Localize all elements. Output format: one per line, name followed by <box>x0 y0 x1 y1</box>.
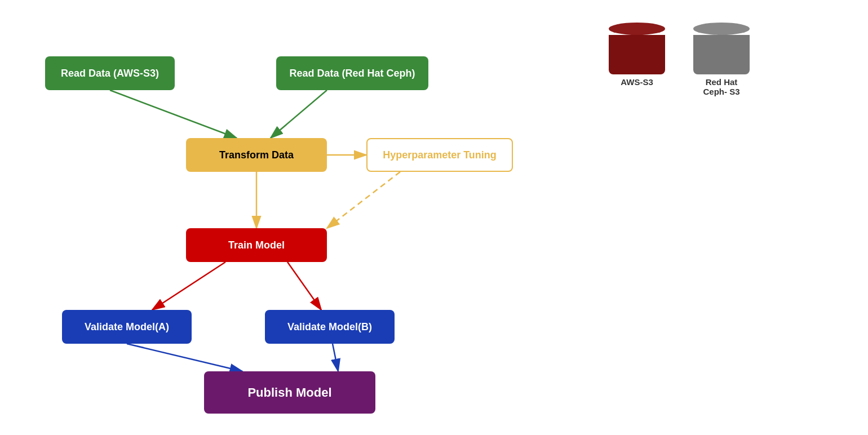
arrow-validate-b-to-publish <box>333 344 338 371</box>
read-data-aws-node: Read Data (AWS-S3) <box>45 56 175 90</box>
validate-model-a-node: Validate Model(A) <box>62 310 192 344</box>
arrow-aws-to-transform <box>110 90 237 138</box>
arrow-train-to-validate-b <box>287 262 321 310</box>
arrow-train-to-validate-a <box>152 262 225 310</box>
redhat-ceph-cylinder: Red Hat Ceph- S3 <box>693 23 750 96</box>
aws-s3-cylinder-body <box>609 35 665 74</box>
redhat-cylinder-top <box>693 23 750 35</box>
arrow-redhat-to-transform <box>271 90 327 138</box>
redhat-label: Red Hat Ceph- S3 <box>703 77 739 96</box>
aws-s3-cylinder: AWS-S3 <box>609 23 665 87</box>
redhat-cylinder-body <box>693 35 750 74</box>
read-data-redhat-node: Read Data (Red Hat Ceph) <box>276 56 428 90</box>
aws-s3-cylinder-top <box>609 23 665 35</box>
arrow-validate-a-to-publish <box>127 344 242 371</box>
transform-data-node: Transform Data <box>186 138 327 172</box>
publish-model-node: Publish Model <box>204 371 375 414</box>
diagram-container: Read Data (AWS-S3) Read Data (Red Hat Ce… <box>0 0 868 435</box>
aws-s3-label: AWS-S3 <box>621 77 653 87</box>
aws-s3-cylinder-shape <box>609 23 665 74</box>
validate-model-b-node: Validate Model(B) <box>265 310 395 344</box>
redhat-cylinder-shape <box>693 23 750 74</box>
arrow-hyper-to-train <box>327 172 400 228</box>
train-model-node: Train Model <box>186 228 327 262</box>
hyperparameter-node: Hyperparameter Tuning <box>366 138 513 172</box>
